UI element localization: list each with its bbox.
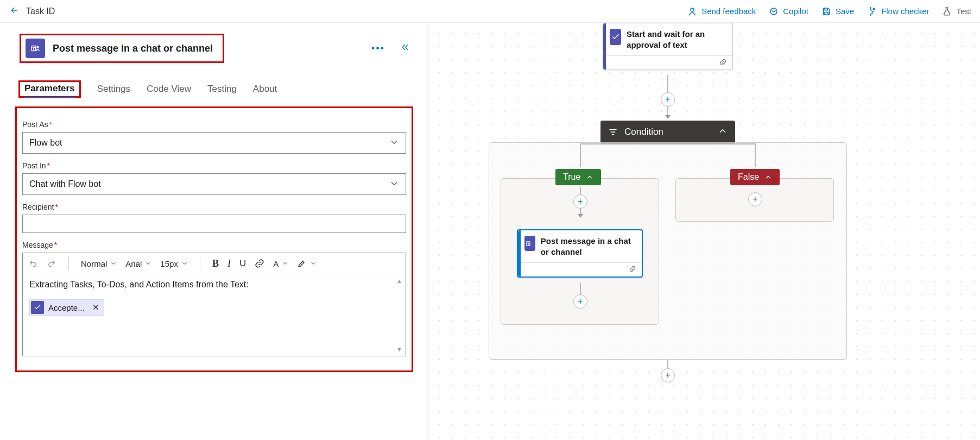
tab-settings[interactable]: Settings <box>97 80 130 98</box>
tab-testing[interactable]: Testing <box>207 80 237 98</box>
post-in-label: Post In* <box>22 161 406 170</box>
top-bar-left: Task ID <box>9 5 55 17</box>
test-label: Test <box>956 7 971 16</box>
connector-line <box>580 143 581 167</box>
editor-toolbar: Normal Arial 15px B I U A <box>23 253 406 274</box>
flow-checker-button[interactable]: Flow checker <box>867 7 929 16</box>
link-chain-icon <box>719 58 727 68</box>
add-step-button[interactable]: + <box>573 194 587 209</box>
post-in-select[interactable]: Chat with Flow bot <box>22 173 406 195</box>
send-feedback-button[interactable]: Send feedback <box>687 7 756 16</box>
flow-canvas[interactable]: Start and wait for an approval of text +… <box>429 23 980 440</box>
post-as-label: Post As* <box>22 120 406 129</box>
action-tabs: Parameters Settings Code View Testing Ab… <box>15 76 413 102</box>
editor-text-line: Extracting Tasks, To-Dos, and Action Ite… <box>29 280 399 290</box>
redo-icon[interactable] <box>47 259 56 268</box>
action-header: Post message in a chat or channel ••• <box>15 28 413 68</box>
svg-point-2 <box>873 8 875 10</box>
post-as-select[interactable]: Flow bot <box>22 132 406 154</box>
add-step-button[interactable]: + <box>748 192 762 206</box>
action-details-panel: Post message in a chat or channel ••• Pa… <box>0 23 429 440</box>
copilot-label: Copilot <box>783 7 808 16</box>
message-label: Message* <box>22 241 406 249</box>
editor-body[interactable]: ▲ Extracting Tasks, To-Dos, and Action I… <box>23 274 406 356</box>
bold-icon[interactable]: B <box>212 258 219 269</box>
back-icon[interactable] <box>9 5 18 17</box>
test-button[interactable]: Test <box>942 7 971 16</box>
chevron-down-icon <box>389 137 399 149</box>
svg-point-0 <box>691 8 694 11</box>
condition-label: Condition <box>624 127 663 137</box>
copilot-button[interactable]: Copilot <box>769 7 808 16</box>
font-dropdown[interactable]: Arial <box>125 259 151 268</box>
link-icon[interactable] <box>255 259 264 268</box>
chevron-up-icon[interactable] <box>718 126 728 139</box>
message-editor: Normal Arial 15px B I U A ▲ Extracting T… <box>22 253 406 356</box>
connector-line <box>755 143 756 167</box>
size-dropdown[interactable]: 15px <box>160 259 188 268</box>
connector-line <box>580 282 581 296</box>
breadcrumb: Task ID <box>26 7 55 16</box>
teams-icon <box>524 236 535 251</box>
token-label: Accepte... <box>48 303 85 312</box>
top-bar: Task ID Send feedback Copilot Save Flow … <box>0 0 980 23</box>
save-button[interactable]: Save <box>821 7 854 16</box>
action-title: Post message in a chat or channel <box>53 43 213 54</box>
dynamic-content-token[interactable]: Accepte... ✕ <box>29 299 104 316</box>
token-remove-icon[interactable]: ✕ <box>92 303 99 312</box>
content: Post message in a chat or channel ••• Pa… <box>0 23 980 440</box>
top-bar-right: Send feedback Copilot Save Flow checker … <box>687 7 971 16</box>
post-message-card[interactable]: Post message in a chat or channel <box>517 229 643 278</box>
parameters-form: Post As* Flow bot Post In* Chat with Flo… <box>15 106 413 372</box>
add-step-button[interactable]: + <box>661 368 675 382</box>
post-as-value: Flow bot <box>29 138 62 148</box>
tab-about[interactable]: About <box>253 80 277 98</box>
post-in-value: Chat with Flow bot <box>29 179 101 189</box>
tab-parameters[interactable]: Parameters <box>24 80 75 98</box>
flow-checker-label: Flow checker <box>881 7 929 16</box>
connector-line <box>580 143 668 144</box>
scroll-down-icon[interactable]: ▼ <box>396 346 402 353</box>
highlight-icon[interactable] <box>297 259 317 268</box>
approval-card-title: Start and wait for an approval of text <box>627 29 726 50</box>
style-dropdown[interactable]: Normal <box>81 259 117 268</box>
svg-point-4 <box>37 46 39 48</box>
false-branch-label[interactable]: False <box>730 169 780 185</box>
undo-icon[interactable] <box>28 259 38 268</box>
scroll-up-icon[interactable]: ▲ <box>396 278 402 284</box>
collapse-panel-icon[interactable] <box>400 42 410 55</box>
add-step-button[interactable]: + <box>661 92 675 106</box>
action-menu-icon[interactable]: ••• <box>371 43 385 54</box>
post-message-card-title: Post message in a chat or channel <box>541 236 635 257</box>
condition-icon <box>608 127 618 137</box>
recipient-label: Recipient* <box>22 203 406 211</box>
recipient-input[interactable] <box>22 215 406 233</box>
approval-icon <box>610 29 621 45</box>
teams-icon <box>26 39 45 58</box>
token-icon <box>31 301 44 314</box>
send-feedback-label: Send feedback <box>701 7 756 16</box>
connector-line <box>668 143 756 144</box>
add-step-button[interactable]: + <box>573 294 587 309</box>
link-chain-icon <box>629 265 636 274</box>
true-branch-label[interactable]: True <box>555 169 601 185</box>
italic-icon[interactable]: I <box>227 258 231 269</box>
chevron-down-icon <box>389 179 399 190</box>
underline-icon[interactable]: U <box>239 258 246 269</box>
font-color-icon[interactable]: A <box>273 259 288 268</box>
action-header-highlight: Post message in a chat or channel <box>20 34 224 63</box>
tab-code-view[interactable]: Code View <box>147 80 191 98</box>
approval-card[interactable]: Start and wait for an approval of text <box>603 23 733 70</box>
save-label: Save <box>836 7 854 16</box>
condition-node[interactable]: Condition <box>600 121 735 143</box>
